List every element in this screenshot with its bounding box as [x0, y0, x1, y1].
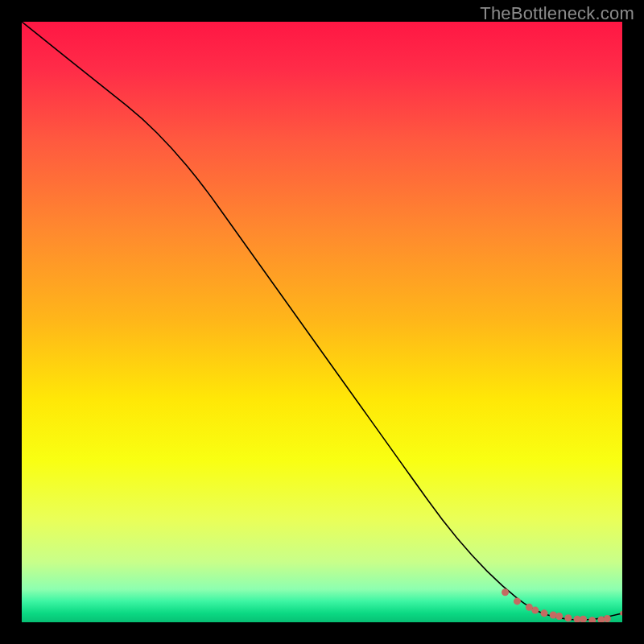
plot-svg [22, 22, 622, 622]
plot-area [22, 22, 622, 622]
marker-dot [555, 613, 563, 620]
marker-dot [531, 607, 539, 614]
marker-dot [550, 612, 557, 619]
marker-dot [604, 615, 611, 622]
gradient-rect [22, 22, 622, 622]
marker-dot [541, 609, 548, 617]
marker-dot [502, 588, 509, 596]
marker-dot [514, 597, 521, 605]
marker-dot [564, 614, 572, 621]
chart-stage: TheBottleneck.com [0, 0, 644, 644]
